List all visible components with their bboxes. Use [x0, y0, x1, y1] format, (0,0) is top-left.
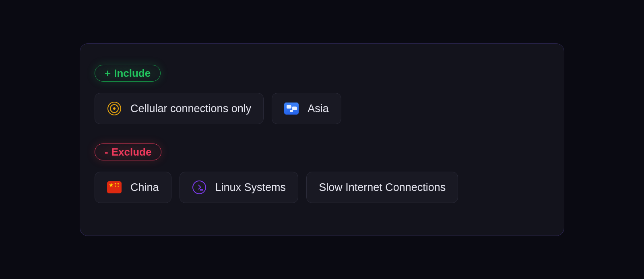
exclude-badge-label: Exclude [111, 147, 152, 157]
chip-linux[interactable]: Linux Systems [180, 172, 299, 203]
china-flag-icon [107, 180, 122, 195]
chip-label: Asia [308, 103, 329, 114]
exclude-chips: China Linux Systems Slow Internet Connec… [95, 172, 549, 203]
include-section: + Include Cellular connections only Asia [95, 65, 549, 124]
chip-slow-internet[interactable]: Slow Internet Connections [306, 172, 458, 203]
include-chips: Cellular connections only Asia [95, 93, 549, 124]
exclude-section: - Exclude China Linux Systems Slow Inter… [95, 144, 549, 203]
chip-asia[interactable]: Asia [272, 93, 341, 124]
exclude-badge[interactable]: - Exclude [95, 144, 161, 160]
include-badge[interactable]: + Include [95, 65, 161, 82]
targeting-panel: + Include Cellular connections only Asia… [80, 43, 564, 236]
chip-label: Slow Internet Connections [319, 182, 446, 193]
chip-label: China [130, 182, 159, 193]
plus-icon: + [105, 68, 111, 78]
minus-icon: - [105, 147, 108, 157]
chip-label: Linux Systems [215, 182, 286, 193]
chip-label: Cellular connections only [130, 103, 251, 114]
world-map-icon [284, 101, 299, 116]
include-badge-label: Include [114, 68, 151, 78]
terminal-icon [192, 180, 206, 195]
chip-cellular[interactable]: Cellular connections only [95, 93, 264, 124]
broadcast-icon [107, 101, 122, 116]
chip-china[interactable]: China [95, 172, 171, 203]
